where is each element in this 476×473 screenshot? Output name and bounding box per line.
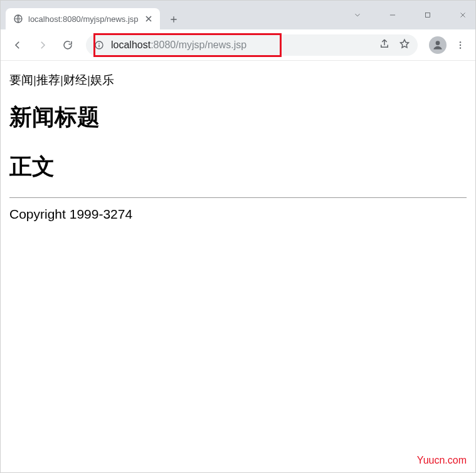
url-port: :8080 bbox=[151, 39, 176, 50]
close-window-button[interactable] bbox=[454, 6, 472, 24]
news-heading: 新闻标题 bbox=[9, 102, 467, 133]
browser-toolbar: localhost:8080/myjsp/news.jsp bbox=[1, 29, 475, 61]
browser-tab[interactable]: localhost:8080/myjsp/news.jsp bbox=[6, 8, 160, 29]
svg-point-5 bbox=[436, 41, 440, 45]
watermark: Yuucn.com bbox=[417, 455, 467, 466]
address-bar[interactable]: localhost:8080/myjsp/news.jsp bbox=[86, 34, 418, 56]
body-heading: 正文 bbox=[9, 152, 467, 182]
reload-button[interactable] bbox=[57, 34, 78, 56]
svg-point-8 bbox=[460, 47, 461, 48]
nav-link-yule[interactable]: 娱乐 bbox=[90, 73, 114, 86]
svg-point-3 bbox=[98, 43, 100, 44]
globe-icon bbox=[13, 14, 23, 24]
share-icon[interactable] bbox=[379, 38, 390, 52]
nav-link-tuijian[interactable]: 推荐 bbox=[36, 73, 60, 86]
window-controls bbox=[349, 1, 472, 29]
url-host: localhost bbox=[111, 39, 151, 50]
tab-title: localhost:8080/myjsp/news.jsp bbox=[28, 14, 139, 24]
svg-point-6 bbox=[460, 41, 461, 43]
new-tab-button[interactable] bbox=[165, 11, 182, 28]
category-nav: 要闻|推荐|财经|娱乐 bbox=[9, 72, 467, 88]
horizontal-rule bbox=[9, 197, 467, 198]
window-titlebar: localhost:8080/myjsp/news.jsp bbox=[1, 1, 475, 29]
menu-button[interactable] bbox=[452, 36, 469, 54]
back-button[interactable] bbox=[7, 34, 28, 56]
nav-link-caijing[interactable]: 财经 bbox=[63, 73, 87, 86]
profile-avatar[interactable] bbox=[429, 36, 447, 54]
bookmark-star-icon[interactable] bbox=[399, 38, 410, 52]
svg-point-7 bbox=[460, 44, 461, 45]
forward-button[interactable] bbox=[32, 34, 53, 56]
nav-link-yaowen[interactable]: 要闻 bbox=[9, 73, 33, 86]
minimize-button[interactable] bbox=[384, 6, 401, 24]
site-info-icon[interactable] bbox=[93, 39, 105, 51]
url-path: /myjsp/news.jsp bbox=[176, 39, 246, 50]
page-content: 要闻|推荐|财经|娱乐 新闻标题 正文 Copyright 1999-3274 bbox=[1, 61, 475, 231]
maximize-button[interactable] bbox=[419, 6, 436, 24]
svg-rect-1 bbox=[426, 13, 430, 18]
address-text: localhost:8080/myjsp/news.jsp bbox=[111, 39, 373, 51]
copyright-text: Copyright 1999-3274 bbox=[9, 207, 467, 222]
close-tab-icon[interactable] bbox=[144, 14, 154, 24]
chevron-down-icon[interactable] bbox=[349, 6, 366, 24]
svg-rect-4 bbox=[98, 44, 99, 47]
